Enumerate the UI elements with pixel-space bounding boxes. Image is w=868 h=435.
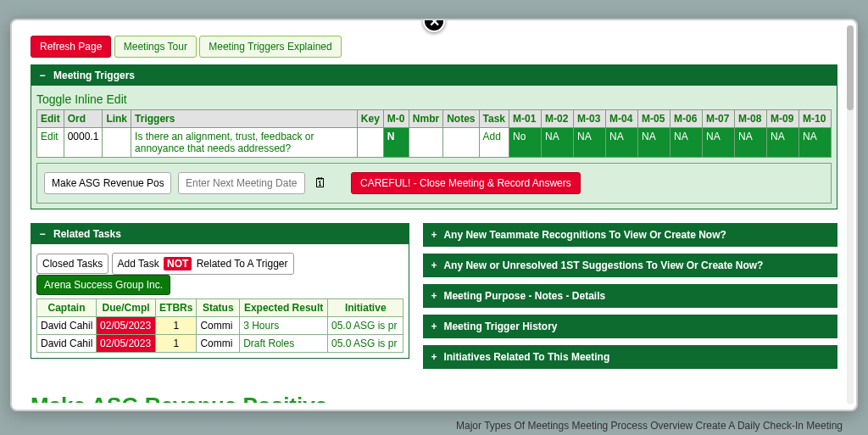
th-m0: M-0 — [383, 110, 409, 128]
triggers-header-row: Edit Ord Link Triggers Key M-0 Nmbr Note… — [37, 110, 832, 128]
toggle-inline-edit-link[interactable]: Toggle Inline Edit — [36, 92, 127, 106]
cell-m10[interactable]: NA — [799, 128, 832, 158]
th-status: Status — [197, 299, 240, 317]
collapse-icon: − — [38, 70, 47, 81]
cell-status: Commi — [197, 335, 240, 353]
add-task-text-pre: Add Task — [118, 258, 159, 270]
panel-title: Meeting Purpose - Notes - Details — [443, 290, 605, 302]
cell-m09[interactable]: NA — [767, 128, 799, 158]
cell-link-empty — [103, 128, 131, 158]
panel-trigger-history[interactable]: + Meeting Trigger History — [423, 315, 837, 338]
panel-meeting-purpose[interactable]: + Meeting Purpose - Notes - Details — [423, 284, 837, 308]
panel-title: Related Tasks — [53, 228, 121, 240]
cell-status: Commi — [197, 317, 240, 335]
meetings-tour-button[interactable]: Meetings Tour — [114, 36, 197, 58]
th-ord: Ord — [64, 110, 103, 128]
triggers-data-row: Edit 0000.1 Is there an alignment, trust… — [37, 128, 832, 158]
cell-add-task[interactable]: Add — [479, 128, 509, 158]
th-initiative: Initiative — [328, 299, 403, 317]
panel-header-related-tasks[interactable]: − Related Tasks — [31, 224, 409, 244]
page-heading: Make ASG Revenue Positive — [31, 393, 837, 403]
panel-header-meeting-triggers[interactable]: − Meeting Triggers — [31, 65, 837, 86]
cell-m08[interactable]: NA — [735, 128, 767, 158]
cell-m01[interactable]: No — [509, 128, 542, 158]
panel-title: Any New or Unresolved 1ST Suggestions To… — [443, 259, 763, 271]
top-button-bar: Refresh Page Meetings Tour Meeting Trigg… — [31, 36, 837, 58]
th-expected: Expected Result — [240, 299, 328, 317]
calendar-icon[interactable]: 🗓 — [312, 175, 329, 192]
th-nmbr: Nmbr — [409, 110, 442, 128]
cell-edit[interactable]: Edit — [37, 128, 64, 158]
backdrop-footer-text: Major Types Of Meetings Meeting Process … — [0, 420, 868, 432]
panel-title: Meeting Triggers — [53, 70, 135, 81]
cell-expected: Draft Roles — [240, 335, 328, 353]
cell-nmbr — [409, 128, 442, 158]
th-m10: M-10 — [799, 110, 832, 128]
right-column: + Any New Teammate Recognitions To View … — [423, 223, 837, 369]
cell-due: 02/05/2023 — [97, 317, 156, 335]
cell-due: 02/05/2023 — [97, 335, 156, 353]
th-m06: M-06 — [670, 110, 703, 128]
th-key: Key — [357, 110, 383, 128]
th-notes: Notes — [443, 110, 479, 128]
meeting-triggers-explained-button[interactable]: Meeting Triggers Explained — [199, 36, 341, 58]
task-row[interactable]: David Cahil 02/05/2023 1 Commi Draft Rol… — [37, 335, 403, 353]
panel-teammate-recognitions[interactable]: + Any New Teammate Recognitions To View … — [423, 223, 837, 247]
closed-tasks-button[interactable]: Closed Tasks — [36, 254, 108, 274]
left-column: − Related Tasks Closed Tasks Add Task NO… — [31, 223, 409, 369]
th-link: Link — [103, 110, 131, 128]
cell-m02[interactable]: NA — [542, 128, 574, 158]
expand-icon: + — [431, 259, 437, 271]
th-m04: M-04 — [606, 110, 638, 128]
cell-ord: 0000.1 — [64, 128, 103, 158]
expand-icon: + — [431, 321, 437, 332]
make-asg-input[interactable] — [44, 172, 171, 194]
cell-key — [357, 128, 383, 158]
triggers-table: Edit Ord Link Triggers Key M-0 Nmbr Note… — [36, 109, 832, 158]
cell-notes — [443, 128, 479, 158]
scrollbar-thumb[interactable] — [847, 25, 854, 110]
cell-m06[interactable]: NA — [670, 128, 703, 158]
panel-related-initiatives[interactable]: + Initiatives Related To This Meeting — [423, 345, 837, 369]
th-m09: M-09 — [767, 110, 799, 128]
cell-captain: David Cahil — [37, 317, 97, 335]
next-meeting-date-input[interactable] — [178, 172, 305, 194]
cell-m0[interactable]: N — [383, 128, 409, 158]
two-column-layout: − Related Tasks Closed Tasks Add Task NO… — [31, 223, 837, 369]
cell-m07[interactable]: NA — [703, 128, 735, 158]
add-task-not-trigger-button[interactable]: Add Task NOT Related To A Trigger — [112, 253, 294, 275]
panel-title: Any New Teammate Recognitions To View Or… — [443, 229, 726, 241]
expand-icon: + — [431, 229, 437, 241]
cell-m03[interactable]: NA — [574, 128, 606, 158]
add-task-text-post: Related To A Trigger — [197, 258, 288, 270]
tasks-header-row: Captain Due/Cmpl ETBRs Status Expected R… — [37, 299, 403, 317]
company-button[interactable]: Arena Success Group Inc. — [36, 275, 170, 295]
cell-m05[interactable]: NA — [638, 128, 670, 158]
triggers-action-bar: 🗓 CAREFUL! - Close Meeting & Record Answ… — [36, 163, 832, 204]
cell-etbrs: 1 — [156, 317, 197, 335]
collapse-icon: − — [38, 228, 47, 240]
tasks-button-bar: Closed Tasks Add Task NOT Related To A T… — [36, 253, 403, 295]
cell-m04[interactable]: NA — [606, 128, 638, 158]
expand-icon: + — [431, 290, 437, 302]
cell-initiative: 05.0 ASG is pr — [328, 317, 403, 335]
panel-body-meeting-triggers: Toggle Inline Edit Edit Ord Link Trigger… — [31, 86, 837, 209]
scrollbar-track[interactable] — [847, 25, 854, 404]
close-meeting-button[interactable]: CAREFUL! - Close Meeting & Record Answer… — [351, 172, 581, 194]
refresh-page-button[interactable]: Refresh Page — [31, 36, 111, 58]
th-due: Due/Cmpl — [97, 299, 156, 317]
panel-title: Initiatives Related To This Meeting — [443, 351, 609, 363]
cell-expected: 3 Hours — [240, 317, 328, 335]
cell-initiative: 05.0 ASG is pr — [328, 335, 403, 353]
cell-trigger-question[interactable]: Is there an alignment, trust, feedback o… — [131, 128, 358, 158]
expand-icon: + — [431, 351, 437, 363]
th-edit: Edit — [37, 110, 64, 128]
task-row[interactable]: David Cahil 02/05/2023 1 Commi 3 Hours 0… — [37, 317, 403, 335]
th-triggers: Triggers — [131, 110, 358, 128]
panel-1st-suggestions[interactable]: + Any New or Unresolved 1ST Suggestions … — [423, 254, 837, 277]
cell-etbrs: 1 — [156, 335, 197, 353]
th-task: Task — [479, 110, 509, 128]
not-chip: NOT — [164, 257, 192, 270]
modal-scroll-area[interactable]: Refresh Page Meetings Tour Meeting Trigg… — [19, 27, 849, 403]
th-m01: M-01 — [509, 110, 542, 128]
